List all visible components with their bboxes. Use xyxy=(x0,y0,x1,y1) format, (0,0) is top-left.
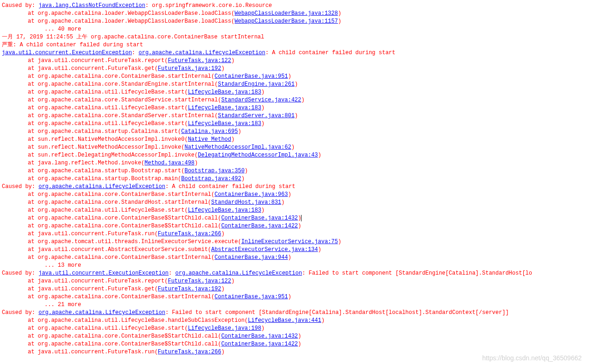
source-link[interactable]: StandardEngine.java:261 xyxy=(218,81,295,88)
source-link[interactable]: NativeMethodAccessorImpl.java:62 xyxy=(184,144,291,151)
source-link[interactable]: org.apache.catalina.LifecycleException xyxy=(38,309,165,316)
source-link[interactable]: Bootstrap.java:492 xyxy=(181,176,241,182)
trace-text: Caused by: xyxy=(2,2,38,9)
source-link[interactable]: ContainerBase.java:1422 xyxy=(221,341,298,347)
trace-text: ) xyxy=(231,136,234,143)
source-link[interactable]: ContainerBase.java:951 xyxy=(214,73,288,80)
trace-text: at sun.reflect.NativeMethodAccessorImpl.… xyxy=(28,144,184,151)
source-link[interactable]: ContainerBase.java:963 xyxy=(214,191,288,198)
source-link[interactable]: FutureTask.java:266 xyxy=(158,231,221,237)
trace-text: at org.apache.catalina.util.LifecycleBas… xyxy=(28,105,188,111)
stack-trace-line: at org.apache.catalina.util.LifecycleBas… xyxy=(2,88,588,96)
stack-trace-line: at sun.reflect.DelegatingMethodAccessorI… xyxy=(2,151,588,159)
source-link[interactable]: WebappClassLoaderBase.java:1157 xyxy=(234,18,338,25)
trace-text: at org.apache.catalina.core.ContainerBas… xyxy=(28,254,214,261)
trace-text: ) xyxy=(291,144,295,151)
source-link[interactable]: Bootstrap.java:350 xyxy=(184,168,245,174)
stack-trace-line: at java.util.concurrent.FutureTask.get(F… xyxy=(2,65,588,73)
trace-text: at org.apache.catalina.startup.Bootstrap… xyxy=(28,176,181,182)
source-link[interactable]: StandardHost.java:831 xyxy=(211,199,281,206)
source-link[interactable]: FutureTask.java:192 xyxy=(158,286,221,292)
source-link[interactable]: InlineExecutorService.java:75 xyxy=(241,238,338,245)
trace-text: at org.apache.catalina.util.LifecycleBas… xyxy=(28,325,188,332)
source-link[interactable]: org.apache.catalina.LifecycleException xyxy=(175,270,302,276)
trace-text: 一月 17, 2019 11:24:55 上午 org.apache.catal… xyxy=(2,34,264,40)
stack-trace-line: at java.util.concurrent.FutureTask.get(F… xyxy=(2,285,588,293)
trace-text: at org.apache.catalina.util.LifecycleBas… xyxy=(28,120,188,127)
trace-text: ) xyxy=(221,231,225,237)
stack-trace-line: ... 40 more xyxy=(2,25,588,33)
source-link[interactable]: java.util.concurrent.ExecutionException xyxy=(2,50,132,56)
source-link[interactable]: ContainerBase.java:1432 xyxy=(221,215,298,221)
source-link[interactable]: LifecycleBase.java:183 xyxy=(188,120,261,127)
trace-text: : A child container failed during start xyxy=(165,183,295,190)
trace-text: ) xyxy=(281,199,284,206)
trace-text: ) xyxy=(261,105,264,111)
source-link[interactable]: LifecycleBase.java:183 xyxy=(188,207,261,213)
stack-trace-line: at org.apache.catalina.util.LifecycleBas… xyxy=(2,207,588,214)
stack-trace-line: ... 21 more xyxy=(2,301,588,309)
trace-text: ) xyxy=(338,238,341,245)
source-link[interactable]: org.apache.catalina.LifecycleException xyxy=(38,183,165,190)
stack-trace-line: at java.util.concurrent.FutureTask.run(F… xyxy=(2,230,588,238)
trace-text: : xyxy=(132,50,138,56)
trace-text: at org.apache.catalina.core.ContainerBas… xyxy=(28,73,214,80)
trace-text: at org.apache.catalina.startup.Catalina.… xyxy=(28,128,181,135)
trace-text: : Failed to start component [StandardEng… xyxy=(302,270,532,276)
stack-trace-line: 严重: A child container failed during star… xyxy=(2,41,588,49)
source-link[interactable]: LifecycleBase.java:441 xyxy=(248,317,321,324)
stack-trace-line: at org.apache.catalina.core.ContainerBas… xyxy=(2,214,588,222)
stack-trace-line: at java.util.concurrent.FutureTask.repor… xyxy=(2,277,588,285)
console-output[interactable]: Caused by: java.lang.ClassNotFoundExcept… xyxy=(2,2,588,356)
stack-trace-line: 一月 17, 2019 11:24:55 上午 org.apache.catal… xyxy=(2,33,588,41)
source-link[interactable]: FutureTask.java:192 xyxy=(158,65,221,72)
source-link[interactable]: WebappClassLoaderBase.java:1328 xyxy=(234,10,338,17)
trace-text: ) xyxy=(221,349,225,355)
stack-trace-line: at org.apache.catalina.loader.WebappClas… xyxy=(2,18,588,25)
source-link[interactable]: ContainerBase.java:944 xyxy=(214,254,288,261)
trace-text: : Failed to start component [StandardEng… xyxy=(165,309,509,316)
source-link[interactable]: ContainerBase.java:1422 xyxy=(221,223,298,229)
stack-trace-line: Caused by: java.util.concurrent.Executio… xyxy=(2,270,588,277)
source-link[interactable]: Method.java:498 xyxy=(144,160,195,166)
stack-trace-line: at org.apache.catalina.core.ContainerBas… xyxy=(2,191,588,199)
stack-trace-line: at org.apache.catalina.util.LifecycleBas… xyxy=(2,317,588,325)
trace-text: ) xyxy=(321,317,325,324)
source-link[interactable]: FutureTask.java:122 xyxy=(168,278,231,284)
source-link[interactable]: java.util.concurrent.ExecutionException xyxy=(38,270,169,276)
trace-text: ) xyxy=(261,325,264,332)
stack-trace-line: at sun.reflect.NativeMethodAccessorImpl.… xyxy=(2,144,588,151)
source-link[interactable]: LifecycleBase.java:183 xyxy=(188,89,261,95)
source-link[interactable]: LifecycleBase.java:183 xyxy=(188,105,261,111)
trace-text: ) xyxy=(298,333,301,339)
source-link[interactable]: ContainerBase.java:1432 xyxy=(221,333,298,339)
trace-text: ) xyxy=(318,152,321,158)
trace-text: ... 40 more xyxy=(44,26,81,32)
source-link[interactable]: java.lang.ClassNotFoundException xyxy=(38,2,145,9)
source-link[interactable]: org.apache.catalina.LifecycleException xyxy=(138,50,265,56)
trace-text: ) xyxy=(288,191,291,198)
trace-text: ) xyxy=(261,120,264,127)
stack-trace-line: Caused by: org.apache.catalina.Lifecycle… xyxy=(2,309,588,317)
trace-text: at org.apache.catalina.core.StandardServ… xyxy=(28,113,218,119)
stack-trace-line: at org.apache.catalina.core.ContainerBas… xyxy=(2,340,588,348)
trace-text: at org.apache.catalina.util.LifecycleBas… xyxy=(28,89,188,95)
stack-trace-line: ... 13 more xyxy=(2,262,588,270)
source-link[interactable]: Native Method xyxy=(188,136,232,143)
source-link[interactable]: FutureTask.java:266 xyxy=(158,349,221,355)
source-link[interactable]: StandardService.java:422 xyxy=(221,97,301,103)
stack-trace-line: at org.apache.catalina.startup.Bootstrap… xyxy=(2,175,588,183)
source-link[interactable]: StandardServer.java:801 xyxy=(218,113,295,119)
trace-text: at org.apache.catalina.core.ContainerBas… xyxy=(28,294,214,300)
source-link[interactable]: Catalina.java:695 xyxy=(181,128,238,135)
source-link[interactable]: FutureTask.java:122 xyxy=(168,57,231,64)
stack-trace-line: at org.apache.catalina.startup.Bootstrap… xyxy=(2,167,588,175)
source-link[interactable]: ContainerBase.java:951 xyxy=(214,294,288,300)
trace-text: Caused by: xyxy=(2,183,38,190)
source-link[interactable]: DelegatingMethodAccessorImpl.java:43 xyxy=(198,152,318,158)
source-link[interactable]: AbstractExecutorService.java:134 xyxy=(211,246,318,253)
trace-text: ) xyxy=(238,128,241,135)
watermark-text: https://blog.csdn.net/qq_36509662 xyxy=(482,354,582,362)
trace-text: at org.apache.catalina.core.ContainerBas… xyxy=(28,191,214,198)
source-link[interactable]: LifecycleBase.java:198 xyxy=(188,325,261,332)
